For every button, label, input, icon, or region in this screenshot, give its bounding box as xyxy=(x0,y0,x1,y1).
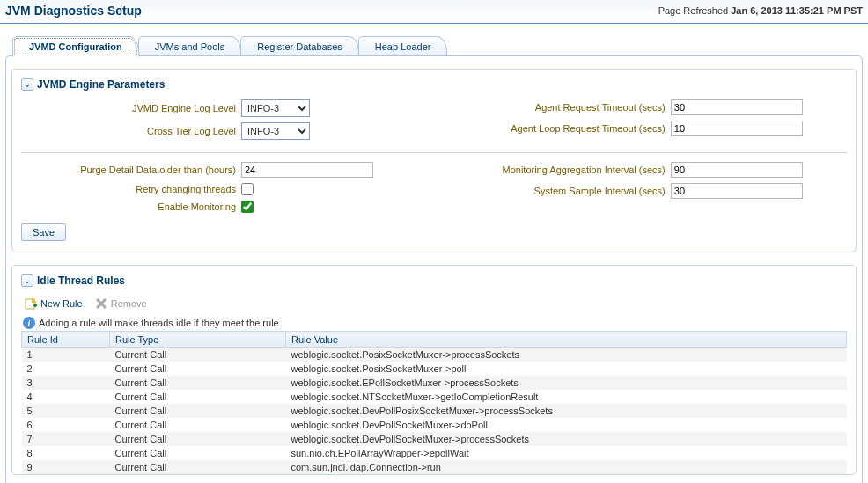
cell-rule-type: Current Call xyxy=(110,460,286,474)
cell-rule-id: 9 xyxy=(22,460,110,474)
cell-rule-value: weblogic.socket.PosixSocketMuxer->proces… xyxy=(286,348,847,362)
table-row[interactable]: 7Current Callweblogic.socket.DevPollSock… xyxy=(22,432,847,446)
rules-toolbar: New Rule Remove xyxy=(21,296,847,315)
tab-jvmd-configuration[interactable]: JVMD Configuration xyxy=(12,36,139,57)
agent-req-input[interactable] xyxy=(671,99,803,115)
panel-header: ⌄ Idle Thread Rules xyxy=(21,274,847,287)
panel-title: JVMD Engine Parameters xyxy=(37,78,165,91)
col-rule-value[interactable]: Rule Value xyxy=(286,332,847,348)
tab-label: JVMD Configuration xyxy=(29,41,122,52)
sys-sample-input[interactable] xyxy=(671,183,803,199)
tab-content: ⌄ JVMD Engine Parameters JVMD Engine Log… xyxy=(5,55,863,483)
tab-label: Register Databases xyxy=(257,41,342,52)
cell-rule-type: Current Call xyxy=(110,348,286,362)
cell-rule-type: Current Call xyxy=(110,418,286,432)
info-icon: i xyxy=(23,317,35,329)
cell-rule-type: Current Call xyxy=(110,390,286,404)
cell-rule-type: Current Call xyxy=(110,404,286,418)
table-row[interactable]: 4Current Callweblogic.socket.NTSocketMux… xyxy=(22,390,847,404)
cell-rule-type: Current Call xyxy=(110,432,286,446)
table-row[interactable]: 5Current Callweblogic.socket.DevPollPosi… xyxy=(22,404,847,418)
cell-rule-type: Current Call xyxy=(110,376,286,390)
refresh-timestamp: Jan 6, 2013 11:35:21 PM PST xyxy=(731,5,863,16)
cell-rule-value: weblogic.socket.NTSocketMuxer->getIoComp… xyxy=(286,390,847,404)
idle-thread-rules-panel: ⌄ Idle Thread Rules New Rule Remove i Ad… xyxy=(11,265,857,475)
new-rule-label: New Rule xyxy=(40,298,83,309)
cell-rule-type: Current Call xyxy=(110,446,286,460)
tab-register-databases[interactable]: Register Databases xyxy=(240,36,359,56)
sys-sample-label: System Sample Interval (secs) xyxy=(451,186,671,196)
cell-rule-value: weblogic.socket.DevPollSocketMuxer->proc… xyxy=(286,432,847,446)
cell-rule-id: 8 xyxy=(22,446,110,460)
enable-monitoring-label: Enable Monitoring xyxy=(21,201,241,212)
cell-rule-id: 5 xyxy=(22,404,110,418)
col-rule-id[interactable]: Rule Id xyxy=(22,332,110,348)
remove-icon xyxy=(95,297,107,310)
info-row: i Adding a rule will make threads idle i… xyxy=(21,315,847,331)
svg-marker-1 xyxy=(32,297,37,303)
table-row[interactable]: 3Current Callweblogic.socket.EPollSocket… xyxy=(22,376,847,390)
cell-rule-id: 2 xyxy=(22,362,110,376)
cell-rule-id: 7 xyxy=(22,432,110,446)
refresh-prefix: Page Refreshed xyxy=(658,5,729,16)
col-rule-type[interactable]: Rule Type xyxy=(110,332,286,348)
tab-label: Heap Loader xyxy=(375,41,431,52)
agent-loop-input[interactable] xyxy=(671,121,803,136)
remove-label: Remove xyxy=(111,298,147,309)
cell-rule-id: 6 xyxy=(22,418,110,432)
cell-rule-type: Current Call xyxy=(110,362,286,376)
mon-agg-label: Monitoring Aggregation Interval (secs) xyxy=(451,165,671,175)
panel-title: Idle Thread Rules xyxy=(37,274,125,287)
purge-label: Purge Detail Data older than (hours) xyxy=(21,165,241,175)
page-refresh-status: Page Refreshed Jan 6, 2013 11:35:21 PM P… xyxy=(658,5,863,16)
table-row[interactable]: 1Current Callweblogic.socket.PosixSocket… xyxy=(22,348,847,362)
page-header: JVM Diagnostics Setup Page Refreshed Jan… xyxy=(0,0,868,24)
cell-rule-value: weblogic.socket.PosixSocketMuxer->poll xyxy=(286,362,847,376)
tab-heap-loader[interactable]: Heap Loader xyxy=(358,36,448,56)
agent-loop-label: Agent Loop Request Timeout (secs) xyxy=(451,123,671,134)
cell-rule-value: weblogic.socket.EPollSocketMuxer->proces… xyxy=(286,376,847,390)
table-row[interactable]: 9Current Callcom.sun.jndi.ldap.Connectio… xyxy=(22,460,847,474)
panel-header: ⌄ JVMD Engine Parameters xyxy=(21,78,847,91)
agent-req-label: Agent Request Timeout (secs) xyxy=(451,102,671,113)
table-row[interactable]: 2Current Callweblogic.socket.PosixSocket… xyxy=(22,362,847,376)
form-grid-top: JVMD Engine Log Level INFO-3 Cross Tier … xyxy=(21,99,847,145)
rules-table: Rule Id Rule Type Rule Value 1Current Ca… xyxy=(21,331,847,474)
retry-checkbox[interactable] xyxy=(241,183,254,195)
remove-button[interactable]: Remove xyxy=(95,297,147,310)
new-rule-button[interactable]: New Rule xyxy=(25,297,83,310)
retry-label: Retry changing threads xyxy=(21,184,241,194)
cell-rule-value: com.sun.jndi.ldap.Connection->run xyxy=(286,460,847,474)
engine-parameters-panel: ⌄ JVMD Engine Parameters JVMD Engine Log… xyxy=(11,69,857,252)
cell-rule-value: sun.nio.ch.EPollArrayWrapper->epollWait xyxy=(286,446,847,460)
cell-rule-value: weblogic.socket.DevPollSocketMuxer->doPo… xyxy=(286,418,847,432)
collapse-icon[interactable]: ⌄ xyxy=(21,78,33,91)
cross-tier-label: Cross Tier Log Level xyxy=(21,126,241,136)
form-grid-bottom: Purge Detail Data older than (hours) Ret… xyxy=(21,162,847,218)
cell-rule-id: 4 xyxy=(22,390,110,404)
table-row[interactable]: 6Current Callweblogic.socket.DevPollSock… xyxy=(22,418,847,432)
cell-rule-id: 1 xyxy=(22,348,110,362)
tab-label: JVMs and Pools xyxy=(155,41,224,52)
log-level-label: JVMD Engine Log Level xyxy=(21,103,241,113)
new-rule-icon xyxy=(25,297,37,310)
page-title: JVM Diagnostics Setup xyxy=(5,4,142,18)
log-level-select[interactable]: INFO-3 xyxy=(241,99,310,117)
enable-monitoring-checkbox[interactable] xyxy=(241,201,254,213)
cell-rule-id: 3 xyxy=(22,376,110,390)
tab-jvms-and-pools[interactable]: JVMs and Pools xyxy=(138,36,241,56)
tab-bar: JVMD Configuration JVMs and Pools Regist… xyxy=(12,36,868,56)
divider xyxy=(21,152,847,153)
purge-input[interactable] xyxy=(241,162,373,178)
info-text: Adding a rule will make threads idle if … xyxy=(39,318,279,328)
table-row[interactable]: 8Current Callsun.nio.ch.EPollArrayWrappe… xyxy=(22,446,847,460)
cross-tier-select[interactable]: INFO-3 xyxy=(241,122,310,140)
cell-rule-value: weblogic.socket.DevPollPosixSocketMuxer-… xyxy=(286,404,847,418)
collapse-icon[interactable]: ⌄ xyxy=(21,274,33,287)
save-button[interactable]: Save xyxy=(21,223,66,241)
mon-agg-input[interactable] xyxy=(671,162,803,178)
